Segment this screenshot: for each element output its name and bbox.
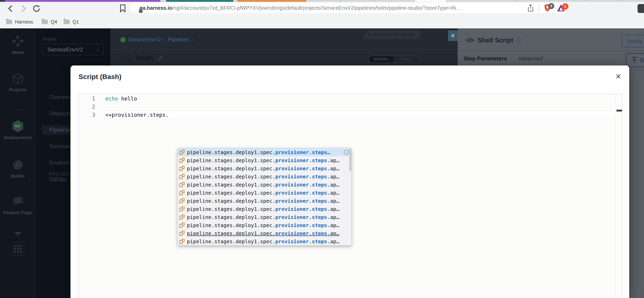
browser-menu-icon[interactable] [638, 4, 644, 13]
script-modal: Script (Bash) ✕ 1 echo hello 2 3 <+provi… [70, 66, 629, 298]
suggestion-item[interactable]: pipeline.stages.deploy1.spec.provisioner… [178, 197, 351, 205]
apply-changes-button[interactable]: Apply Ch [621, 35, 644, 48]
breadcrumb-pipelines-link[interactable]: Pipelines [168, 37, 189, 43]
current-line-highlight [104, 111, 616, 119]
snippet-icon [179, 214, 185, 220]
snippet-icon [179, 222, 185, 228]
tab-advanced[interactable]: Advanced [518, 56, 542, 62]
sidebar-item-home[interactable]: Home [0, 35, 36, 55]
tab-group-orange[interactable] [237, 0, 306, 2]
pipeline-studio-chip: PIPELINE STUDIO [362, 31, 420, 39]
snippet-icon [179, 174, 185, 179]
studio-close-button[interactable]: ✕ [448, 31, 458, 41]
nav-sidebar: Home Projects Deployments Builds [0, 28, 36, 298]
bookmark-folder[interactable]: Q1 [64, 19, 79, 25]
snippet-icon [179, 206, 185, 212]
info-icon[interactable]: i [517, 38, 522, 43]
modal-close-button[interactable]: ✕ [613, 72, 623, 82]
divider [539, 4, 540, 12]
snippet-icon [179, 149, 185, 155]
step-panel-tabs: Step Parameters Advanced [464, 56, 542, 62]
toggle-yaml[interactable]: YAML [394, 56, 419, 63]
sidebar-item-feature-flags[interactable]: Feature Flags [0, 195, 36, 215]
lock-icon [138, 8, 144, 13]
feature-flags-icon [11, 195, 24, 208]
active-tab-segment[interactable] [414, 0, 446, 2]
module-picker-button[interactable] [11, 242, 24, 255]
project-dot-icon [120, 37, 126, 42]
bookmark-folder[interactable]: Harness [6, 19, 33, 25]
suggestion-item[interactable]: pipeline.stages.deploy1.spec.provisioner… [178, 181, 351, 189]
folder-icon [6, 20, 12, 24]
suggestion-item[interactable]: pipeline.stages.deploy1.spec.provisioner… [178, 172, 351, 181]
rewards-badge: 1 [562, 3, 568, 10]
browser-tab-strip[interactable] [0, 0, 644, 2]
scrollbar-thumb[interactable] [349, 148, 351, 171]
bookmark-icon[interactable] [118, 4, 127, 13]
tab-step-parameters[interactable]: Step Parameters [464, 56, 507, 62]
edit-pencil-icon[interactable] [157, 55, 163, 61]
deployments-icon [11, 119, 25, 133]
snippet-icon [179, 166, 185, 171]
save-as-template-button[interactable]: S [626, 53, 644, 67]
sidebar-item-deployments[interactable]: Deployments [0, 119, 36, 140]
step-title: Shell Script [478, 37, 513, 44]
sidebar-item-builds[interactable]: Builds [0, 159, 36, 179]
snippet-icon [179, 182, 185, 187]
suggestion-item[interactable]: pipeline.stages.deploy1.spec.provisioner… [178, 221, 351, 229]
pipeline-title-row: helm [122, 54, 163, 62]
sidebar-item-projects[interactable]: Projects [0, 73, 36, 92]
modal-title: Script (Bash) [78, 73, 122, 81]
info-icon[interactable]: i [344, 150, 349, 155]
back-button[interactable] [6, 4, 15, 13]
autocomplete-dropdown: pipeline.stages.deploy1.spec.provisioner… [178, 148, 352, 245]
suggestion-item[interactable]: pipeline.stages.deploy1.spec.provisioner… [178, 229, 351, 237]
code-icon: </> [466, 37, 474, 44]
browser-chrome: qa.harness.io/ng/#/account/px7xd_BFRCi-p… [0, 0, 644, 28]
home-icon [11, 35, 24, 48]
share-icon[interactable] [526, 4, 535, 12]
divider [110, 49, 458, 50]
folder-icon [42, 20, 48, 24]
snippet-icon [179, 239, 185, 244]
snippet-icon [179, 198, 185, 204]
tab-group-purple[interactable] [5, 0, 160, 2]
builds-icon [11, 159, 24, 171]
cursor-position-marker [616, 110, 622, 112]
toggle-visual[interactable]: VISUAL [369, 56, 394, 63]
suggestion-item[interactable]: pipeline.stages.deploy1.spec.provisioner… [178, 213, 351, 221]
shield-badge: 3 [548, 3, 554, 9]
divider [12, 110, 24, 110]
pipeline-studio-header: ServiceEnvV2 › Pipelines › PIPELINE STUD… [110, 28, 458, 66]
divider [458, 51, 644, 51]
breadcrumb: ServiceEnvV2 › Pipelines › [120, 37, 193, 43]
breadcrumb-project-link[interactable]: ServiceEnvV2 [128, 37, 161, 43]
pipeline-name: helm [136, 54, 153, 62]
suggestion-item[interactable]: pipeline.stages.deploy1.spec.provisioner… [178, 189, 351, 197]
reload-button[interactable] [32, 4, 41, 13]
project-selector[interactable]: ServiceEnvV2 › [42, 44, 104, 55]
address-bar[interactable]: qa.harness.io/ng/#/account/px7xd_BFRCi-p… [130, 3, 569, 13]
sidebar-scroll-chevron[interactable] [0, 231, 36, 236]
suggestion-item[interactable]: pipeline.stages.deploy1.spec.provisioner… [178, 156, 351, 164]
snippet-icon [179, 230, 185, 236]
visual-yaml-toggle[interactable]: VISUAL YAML [368, 56, 419, 63]
snippet-icon [179, 190, 185, 196]
suggestion-item[interactable]: pipeline.stages.deploy1.spec.provisioner… [178, 164, 351, 172]
projects-icon [12, 73, 24, 85]
folder-icon [64, 20, 70, 24]
overview-ruler [616, 94, 616, 298]
tab-group-teal[interactable] [166, 0, 233, 2]
suggestion-item[interactable]: pipeline.stages.deploy1.spec.provisioner… [178, 148, 351, 156]
forward-button[interactable] [19, 4, 28, 13]
tab-group-segment[interactable] [0, 0, 5, 2]
url-text: qa.harness.io/ng/#/account/px7xd_BFRCi-p… [140, 5, 512, 11]
suggestion-item[interactable]: pipeline.stages.deploy1.spec.provisioner… [178, 205, 351, 213]
chevron-down-icon [13, 231, 23, 236]
script-editor[interactable]: 1 echo hello 2 3 <+provisioner.steps. pi… [78, 94, 622, 298]
upload-icon [631, 57, 638, 64]
suggestion-item[interactable]: pipeline.stages.deploy1.spec.provisioner… [178, 237, 351, 245]
chevron-right-icon: › [97, 47, 99, 53]
bookmark-folder[interactable]: Q4 [42, 19, 57, 25]
pipeline-graph-icon [122, 54, 132, 62]
